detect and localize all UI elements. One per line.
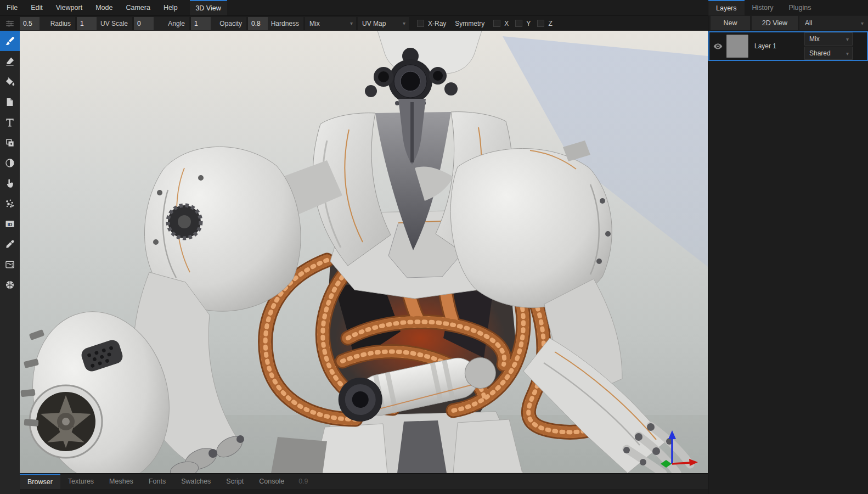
tool-clone[interactable] [0,132,20,153]
tool-eraser[interactable] [0,51,20,71]
blend-mode-dropdown-value: Mix [805,35,846,43]
layer-filter-dropdown[interactable]: All▾ [799,16,868,30]
text-icon [4,117,15,128]
angle-label: Angle [154,20,189,27]
symmetry-axis-label: Z [548,20,552,27]
symmetry-z-checkbox[interactable]: Z [537,20,552,27]
toolbar-dropdowns: Mix▾UV Map▾ [305,17,410,30]
tool-material[interactable] [0,274,20,295]
bake-icon [4,259,15,270]
radius-label: Radius [40,20,75,27]
colorid-icon: ID [4,218,15,229]
uv-scale-label: UV Scale [97,20,132,27]
viewport-3d[interactable] [20,31,708,473]
radius-field[interactable]: 0.5Radius [20,17,75,30]
2d-view-button[interactable]: 2D View [752,16,798,30]
fill-icon [4,76,15,87]
blend-mode-dropdown-value: Mix [305,20,350,27]
checkbox-icon [417,20,424,27]
menu-camera[interactable]: Camera [119,0,156,15]
tool-decal[interactable] [0,92,20,112]
checkbox-icon [537,20,544,27]
xray-label: X-Ray [428,20,446,27]
sliders-icon[interactable] [0,16,20,31]
tab-plugins[interactable]: Plugins [781,0,819,15]
uv-map-dropdown[interactable]: UV Map▾ [358,17,409,30]
hardness-label: Hardness [268,20,303,27]
layer-dropdowns: Mix▾Shared▾ [804,32,853,60]
chevron-down-icon: ▾ [861,20,868,26]
material-icon [4,279,15,290]
angle-field[interactable]: 0Angle [134,17,189,30]
clone-icon [4,137,15,148]
tab-textures[interactable]: Textures [60,474,102,489]
opacity-label: Opacity [211,20,246,27]
tab-script[interactable]: Script [218,474,251,489]
layer-row[interactable]: Layer 1Mix▾Shared▾ [708,31,868,61]
blend-mode-dropdown[interactable]: Mix▾ [305,17,356,30]
layer-thumbnail [726,34,749,58]
menu-viewport[interactable]: Viewport [49,0,89,15]
decal-icon [4,97,15,108]
chevron-down-icon: ▾ [403,20,409,26]
layer-list: Layer 1Mix▾Shared▾ [708,31,868,61]
tab-fonts[interactable]: Fonts [141,474,173,489]
svg-text:ID: ID [8,221,13,227]
version-label: 0.9 [292,474,314,489]
tool-bake[interactable] [0,254,20,274]
status-bar: BrowserTexturesMeshesFontsSwatchesScript… [20,473,708,494]
tab-layers[interactable]: Layers [708,0,745,15]
tab-history[interactable]: History [745,0,781,15]
tab-meshes[interactable]: Meshes [102,474,141,489]
opacity-value: 1 [191,17,211,30]
particle-icon [4,198,15,209]
tool-smudge[interactable] [0,173,20,193]
tool-blur[interactable] [0,153,20,173]
new-button[interactable]: New [711,16,750,30]
tool-text[interactable] [0,112,20,132]
object-mode-dropdown-value: Shared [805,49,846,57]
armorpaint-app: FileEditViewportModeCameraHelp 3D View 0… [0,0,868,494]
radius-value: 0.5 [20,17,40,30]
tab-browser[interactable]: Browser [20,474,60,489]
blur-icon [4,158,15,169]
visibility-eye-icon[interactable] [709,41,726,52]
toolbar-fields: 0.5Radius1UV Scale0Angle1Opacity0.8Hardn… [20,17,305,30]
tab-console[interactable]: Console [251,474,292,489]
symmetry-x-checkbox[interactable]: X [493,20,509,27]
menu-edit[interactable]: Edit [24,0,49,15]
layer-name: Layer 1 [749,42,804,50]
layers-panel-buttons: New2D ViewAll▾ [708,15,868,31]
tool-particle[interactable] [0,193,20,214]
menu-mode[interactable]: Mode [89,0,119,15]
checkbox-icon [493,20,500,27]
symmetry-checkboxes: XYZ [487,20,552,27]
smudge-icon [4,178,15,189]
eraser-icon [4,56,15,67]
picker-icon [4,239,15,250]
tab-3d-view[interactable]: 3D View [190,0,227,15]
layers-panel-tabs: LayersHistoryPlugins [708,0,868,15]
tool-colorid[interactable]: ID [0,214,20,234]
menu-bar: FileEditViewportModeCameraHelp 3D View [0,0,708,15]
tool-sidebar: ID [0,31,20,494]
symmetry-axis-label: X [504,20,509,27]
hardness-value: 0.8 [248,17,268,30]
tool-brush[interactable] [0,31,20,51]
bottom-tabs: BrowserTexturesMeshesFontsSwatchesScript… [20,474,708,489]
opacity-field[interactable]: 1Opacity [191,17,246,30]
chevron-down-icon: ▾ [846,50,852,57]
uv-scale-field[interactable]: 1UV Scale [77,17,132,30]
hardness-field[interactable]: 0.8Hardness [248,17,303,30]
xray-checkbox[interactable]: X-Ray [417,20,446,27]
blend-mode-dropdown[interactable]: Mix▾ [804,32,853,46]
xray-area: X-Ray [410,20,446,27]
tab-swatches[interactable]: Swatches [173,474,218,489]
object-mode-dropdown[interactable]: Shared▾ [804,47,853,60]
tool-picker[interactable] [0,234,20,254]
menu-help[interactable]: Help [157,0,184,15]
symmetry-y-checkbox[interactable]: Y [515,20,531,27]
menu-file[interactable]: File [0,0,24,15]
chevron-down-icon: ▾ [846,36,852,42]
tool-fill[interactable] [0,71,20,92]
